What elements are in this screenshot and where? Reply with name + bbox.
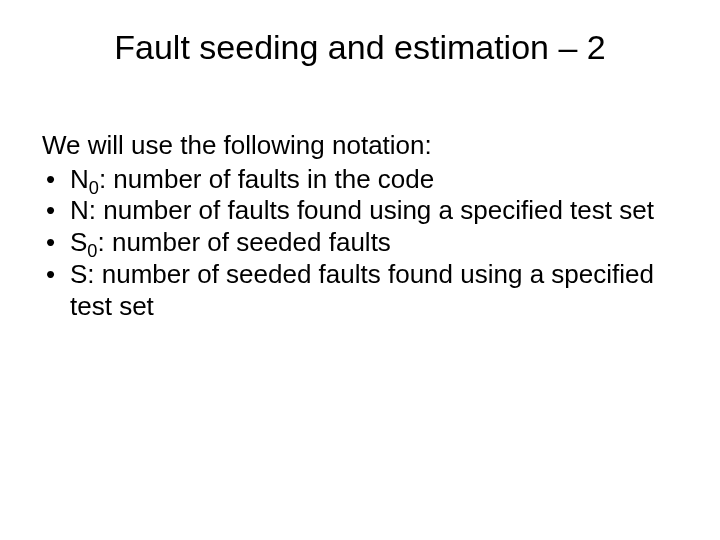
intro-text: We will use the following notation:	[42, 130, 678, 162]
term-symbol: S	[70, 259, 87, 289]
term-symbol: S	[70, 227, 87, 257]
bullet-icon: •	[46, 259, 55, 291]
term-symbol: N	[70, 164, 89, 194]
list-item: • S0: number of seeded faults	[42, 227, 678, 259]
slide-title: Fault seeding and estimation – 2	[0, 28, 720, 67]
bullet-icon: •	[46, 164, 55, 196]
term-symbol: N	[70, 195, 89, 225]
term-description: : number of faults found using a specifi…	[89, 195, 654, 225]
slide-body: We will use the following notation: • N0…	[42, 130, 678, 322]
bullet-icon: •	[46, 195, 55, 227]
term-description: : number of seeded faults	[97, 227, 390, 257]
bullet-list: • N0: number of faults in the code • N: …	[42, 164, 678, 323]
list-item: • S: number of seeded faults found using…	[42, 259, 678, 322]
slide: Fault seeding and estimation – 2 We will…	[0, 0, 720, 540]
bullet-icon: •	[46, 227, 55, 259]
list-item: • N0: number of faults in the code	[42, 164, 678, 196]
term-description: : number of seeded faults found using a …	[70, 259, 654, 321]
list-item: • N: number of faults found using a spec…	[42, 195, 678, 227]
term-description: : number of faults in the code	[99, 164, 434, 194]
